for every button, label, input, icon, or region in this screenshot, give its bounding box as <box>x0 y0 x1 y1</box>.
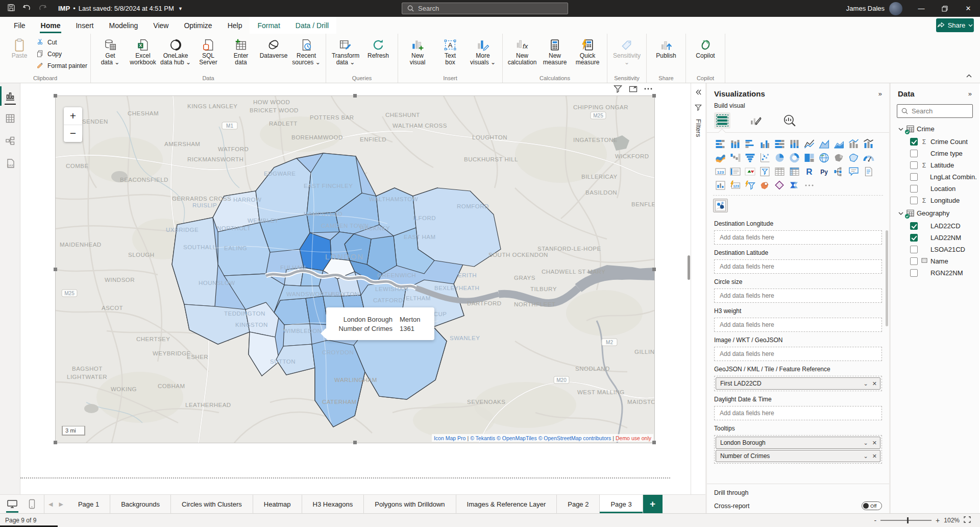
page-tab-h3-hexagons[interactable]: H3 Hexagons <box>302 495 364 513</box>
checkbox[interactable] <box>910 173 918 181</box>
visual-type-gauge[interactable] <box>861 151 876 164</box>
visual-type-r[interactable]: R <box>802 164 817 178</box>
checkbox[interactable] <box>910 222 918 230</box>
rail-model-view[interactable] <box>4 134 17 148</box>
checkbox[interactable] <box>910 138 918 146</box>
field-lad22nm[interactable]: LAD22NM <box>891 232 979 244</box>
desktop-layout-icon[interactable] <box>5 497 19 511</box>
zoom-out-button[interactable]: − <box>64 125 82 142</box>
field-lad22cd[interactable]: LAD22CD <box>891 220 979 232</box>
visual-type-filledmap[interactable] <box>831 151 846 164</box>
viz-tab-analytics[interactable] <box>781 112 798 129</box>
well-geojson-kml-tile-feature-reference[interactable]: First LAD22CD⌄✕ <box>714 376 882 391</box>
well-tooltips[interactable]: London Borough⌄✕Number of Crimes⌄✕ <box>714 435 882 464</box>
visual-type-narrative[interactable] <box>846 164 861 178</box>
publish-button[interactable]: Publish <box>650 36 682 59</box>
page-tab-page-2[interactable]: Page 2 <box>557 495 600 513</box>
zoom-slider[interactable] <box>880 520 932 521</box>
cross-report-toggle[interactable]: Off <box>862 501 882 510</box>
visual-type-kpi[interactable] <box>743 164 757 178</box>
page-tab-circles-with-clusters[interactable]: Circles with Clusters <box>171 495 253 513</box>
resize-handle[interactable] <box>54 94 57 98</box>
field-crime-type[interactable]: Crime type <box>891 148 979 159</box>
well-h3-weight[interactable]: Add data fields here <box>714 318 882 332</box>
visual-type-matrix[interactable] <box>787 164 802 178</box>
visual-type-bvs[interactable] <box>728 137 743 151</box>
visual-type-bhs[interactable] <box>713 137 728 151</box>
checkbox[interactable] <box>910 257 918 265</box>
resize-handle[interactable] <box>652 94 656 98</box>
zoom-in-button[interactable]: + <box>64 107 82 125</box>
more-button[interactable]: More visuals ⌄ <box>467 36 499 66</box>
visual-type-map[interactable] <box>817 151 831 164</box>
document-title[interactable]: IMP•Last saved: 5/8/2024 at 4:51 PM▼ <box>58 5 183 12</box>
page-tab-images-reference-layer[interactable]: Images & Reference Layer <box>456 495 557 513</box>
visual-type-newcard[interactable]: 123 <box>728 178 743 192</box>
zoom-out-status[interactable]: - <box>874 516 876 524</box>
fit-to-page-icon[interactable] <box>964 516 971 524</box>
visual-type-scatter[interactable] <box>757 151 772 164</box>
collapse-viz-panel-icon[interactable]: » <box>878 90 882 98</box>
zoom-in-status[interactable]: + <box>936 516 940 524</box>
visual-type-paginated[interactable] <box>861 164 876 178</box>
save-icon[interactable] <box>7 4 15 13</box>
sql-button[interactable]: SQL Server <box>192 36 225 66</box>
rail-table-view[interactable] <box>4 112 17 125</box>
visual-type-bhc[interactable] <box>743 137 757 151</box>
menu-view[interactable]: View <box>145 17 176 34</box>
search-input[interactable]: Search <box>402 3 568 14</box>
visual-type-area[interactable] <box>817 137 831 151</box>
visual-type-funnel[interactable] <box>743 151 757 164</box>
visual-type-dots[interactable] <box>802 178 817 192</box>
new-button[interactable]: fxNew calculation <box>506 36 538 66</box>
checkbox[interactable] <box>910 185 918 193</box>
visual-type-report[interactable] <box>713 178 728 192</box>
menu-data-drill[interactable]: Data / Drill <box>288 17 336 34</box>
add-page-button[interactable]: + <box>643 495 663 513</box>
new-button[interactable]: New visual <box>401 36 434 66</box>
visual-type-shapemap[interactable] <box>846 151 861 164</box>
visual-type-newslicer[interactable] <box>743 178 757 192</box>
copy-button[interactable]: Copy <box>36 50 87 59</box>
field-pill[interactable]: Number of Crimes⌄✕ <box>716 450 880 462</box>
well-destination-longitude[interactable]: Add data fields here <box>714 230 882 245</box>
map-visual[interactable]: HOW WOODKINGS LANGLEYBRICKET WOODCHESHAM… <box>55 95 655 443</box>
visual-type-powerapps[interactable] <box>772 178 787 192</box>
visual-type-bh100[interactable] <box>772 137 787 151</box>
rail-report-view[interactable] <box>4 89 17 103</box>
sensitivity-button[interactable]: Sensitivity ⌄ <box>610 36 643 66</box>
visual-type-multirow[interactable] <box>728 164 743 178</box>
report-canvas[interactable]: HOW WOODKINGS LANGLEYBRICKET WOODCHESHAM… <box>20 83 691 494</box>
visual-type-powerautomate[interactable] <box>787 178 802 192</box>
paste-button[interactable]: Paste <box>3 36 36 59</box>
checkbox[interactable] <box>910 161 918 169</box>
visual-type-line[interactable] <box>802 137 817 151</box>
visual-type-decomp[interactable] <box>831 164 846 178</box>
user-account[interactable]: James Dales <box>846 2 902 15</box>
focus-mode-icon[interactable] <box>629 85 638 95</box>
menu-optimize[interactable]: Optimize <box>176 17 219 34</box>
table-geography[interactable]: Geography <box>891 206 979 220</box>
data-search-input[interactable]: Search <box>897 104 973 118</box>
cut-button[interactable]: Cut <box>36 38 87 47</box>
resize-handle[interactable] <box>353 94 357 98</box>
visual-type-slicer[interactable] <box>757 164 772 178</box>
expand-pane-icon[interactable] <box>695 88 702 98</box>
well-daylight-date-time[interactable]: Add data fields here <box>714 406 882 420</box>
visual-type-card[interactable]: 123 <box>713 164 728 178</box>
table-crime[interactable]: Crime <box>891 122 979 136</box>
filter-icon[interactable] <box>614 85 622 95</box>
mobile-layout-icon[interactable] <box>24 497 39 511</box>
menu-modeling[interactable]: Modeling <box>101 17 145 34</box>
visual-type-areas[interactable] <box>831 137 846 151</box>
visual-type-arcgis[interactable] <box>757 178 772 192</box>
menu-format[interactable]: Format <box>250 17 287 34</box>
more-options-icon[interactable] <box>644 85 652 94</box>
visual-type-treemap[interactable] <box>802 151 817 164</box>
redo-icon[interactable] <box>38 4 47 13</box>
resize-handle[interactable] <box>54 268 57 271</box>
resize-handle[interactable] <box>353 441 357 444</box>
ribbon-collapse-icon[interactable] <box>966 70 972 80</box>
checkbox[interactable] <box>910 269 918 277</box>
page-tab-page-1[interactable]: Page 1 <box>67 495 110 513</box>
